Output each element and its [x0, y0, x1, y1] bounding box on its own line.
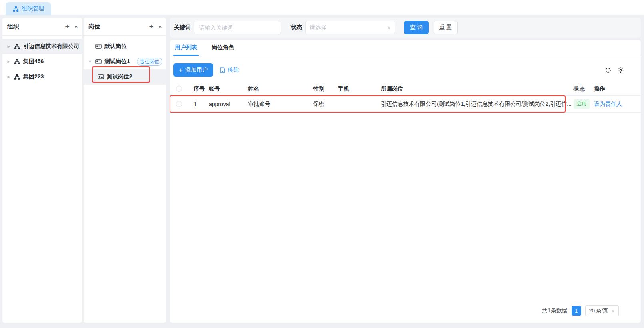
tab-label: 组织管理 [22, 5, 44, 12]
cell-name: 审批账号 [248, 101, 313, 108]
plus-icon: + [179, 67, 183, 74]
org-tree: ▶ 引迈信息技术有限公司 ▶ 集团456 ▶ [2, 36, 82, 85]
status-badge: 启用 [574, 99, 590, 109]
cell-positions: 引迈信息技术有限公司/测试岗位1,引迈信息技术有限公司/测试岗位2,引迈信... [381, 101, 574, 108]
table-header-row: 序号 账号 姓名 性别 手机 所属岗位 状态 操作 [170, 82, 641, 96]
reset-button[interactable]: 重 置 [434, 21, 458, 34]
org-panel: 组织 + » ▶ 引迈信息技术有限公司 ▶ 集团456 [2, 18, 82, 323]
chevron-down-icon: ∨ [611, 308, 615, 314]
tab-label: 岗位角色 [212, 44, 234, 50]
chevron-down-icon: ∨ [387, 25, 391, 30]
position-panel-header: 岗位 + » [84, 18, 166, 36]
keyword-input[interactable] [194, 21, 281, 34]
search-button[interactable]: 查 询 [404, 21, 429, 34]
position-item-label: 默认岗位 [104, 43, 127, 50]
document-remove-icon [220, 67, 226, 73]
position-tree: 默认岗位 ▼ 测试岗位1 责任岗位 测试岗位2 [84, 36, 166, 85]
header-action: 操作 [594, 85, 641, 93]
org-item-label: 集团223 [23, 73, 44, 80]
org-item-label: 集团456 [23, 58, 44, 65]
org-panel-header: 组织 + » [2, 18, 82, 36]
keyword-label: 关键词 [174, 24, 191, 31]
page-1-button[interactable]: 1 [572, 306, 581, 316]
filter-bar: 关键词 状态 请选择 ∨ 查 询 重 置 [170, 18, 641, 38]
add-position-icon[interactable]: + [149, 23, 154, 30]
page-size-select[interactable]: 20 条/页 ∨ [585, 305, 619, 316]
header-status: 状态 [574, 85, 594, 93]
pagination: 共1条数据 1 20 条/页 ∨ [542, 305, 619, 316]
total-count-label: 共1条数据 [542, 307, 568, 314]
caret-right-icon[interactable]: ▶ [6, 60, 11, 64]
table-row[interactable]: 1 approval 审批账号 保密 引迈信息技术有限公司/测试岗位1,引迈信息… [170, 96, 641, 113]
add-org-icon[interactable]: + [65, 23, 70, 30]
header-name: 姓名 [248, 85, 313, 93]
caret-right-icon[interactable]: ▶ [6, 75, 11, 79]
caret-right-icon[interactable]: ▶ [6, 44, 11, 48]
cell-gender: 保密 [313, 101, 338, 108]
tab-label: 用户列表 [175, 44, 197, 50]
org-tree-item-group456[interactable]: ▶ 集团456 [2, 54, 82, 69]
tab-org-management[interactable]: 组织管理 [6, 2, 51, 15]
page-size-value: 20 条/页 [589, 307, 608, 314]
org-chart-icon [13, 6, 19, 12]
position-item-label: 测试岗位2 [107, 73, 132, 80]
add-user-button[interactable]: + 添加用户 [173, 63, 213, 77]
responsible-position-badge: 责任岗位 [137, 58, 162, 66]
top-tab-strip: 组织管理 [0, 0, 644, 15]
cell-account: approval [209, 101, 248, 107]
header-positions: 所属岗位 [381, 85, 574, 93]
position-panel-title: 岗位 [88, 23, 149, 30]
select-all-checkbox[interactable] [176, 86, 182, 92]
collapse-panel-icon[interactable]: » [74, 23, 77, 30]
row-checkbox[interactable] [176, 101, 182, 107]
id-card-icon [95, 58, 102, 65]
position-panel: 岗位 + » 默认岗位 ▼ 测试岗位1 责任岗位 [84, 18, 166, 323]
status-label: 状态 [291, 24, 302, 31]
table-toolbar: + 添加用户 移除 [173, 63, 641, 77]
set-owner-link[interactable]: 设为责任人 [594, 101, 622, 107]
position-item-test1[interactable]: ▼ 测试岗位1 责任岗位 [84, 54, 166, 69]
org-node-icon [14, 43, 20, 50]
id-card-icon [98, 74, 104, 80]
caret-down-icon[interactable]: ▼ [88, 60, 92, 64]
add-user-label: 添加用户 [185, 66, 208, 74]
position-item-test2[interactable]: 测试岗位2 [84, 69, 166, 85]
header-index: 序号 [194, 85, 209, 93]
cell-index: 1 [194, 101, 209, 107]
status-select[interactable]: 请选择 ∨ [305, 21, 395, 34]
org-panel-title: 组织 [7, 23, 65, 30]
remove-button[interactable]: 移除 [220, 66, 239, 74]
org-node-icon [14, 58, 20, 65]
status-select-placeholder: 请选择 [310, 24, 387, 31]
org-tree-item-company[interactable]: ▶ 引迈信息技术有限公司 [2, 39, 82, 54]
position-item-default[interactable]: 默认岗位 [84, 39, 166, 54]
refresh-icon[interactable] [605, 67, 612, 74]
settings-gear-icon[interactable] [617, 67, 624, 74]
org-item-label: 引迈信息技术有限公司 [23, 43, 79, 50]
remove-label: 移除 [228, 66, 239, 74]
collapse-panel-icon[interactable]: » [158, 23, 161, 30]
main-content: 用户列表 岗位角色 + 添加用户 移除 [170, 40, 641, 323]
tab-position-roles[interactable]: 岗位角色 [210, 44, 236, 56]
header-phone: 手机 [338, 85, 381, 93]
content-tabs: 用户列表 岗位角色 [170, 40, 641, 56]
tab-user-list[interactable]: 用户列表 [173, 44, 199, 56]
position-item-label: 测试岗位1 [104, 58, 130, 65]
org-node-icon [14, 74, 20, 80]
header-gender: 性别 [313, 85, 338, 93]
org-tree-item-group223[interactable]: ▶ 集团223 [2, 69, 82, 85]
header-account: 账号 [209, 85, 248, 93]
id-card-icon [95, 43, 102, 50]
